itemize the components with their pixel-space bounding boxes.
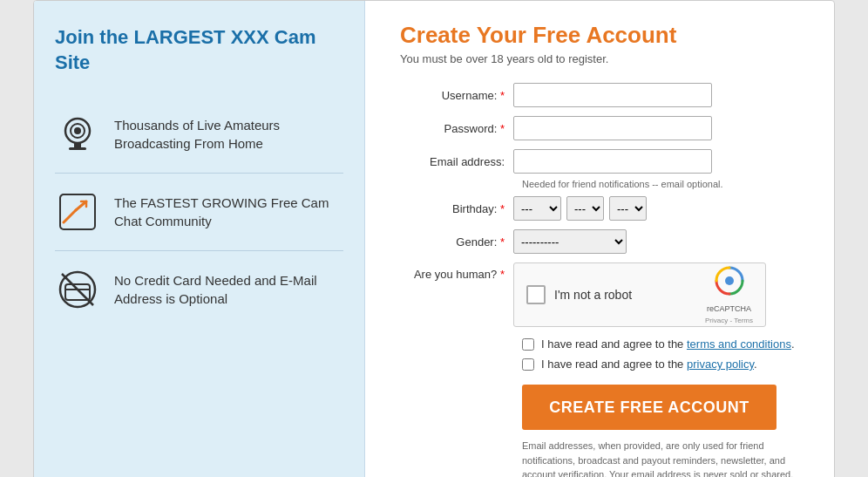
captcha-right: reCAPTCHA Privacy - Terms: [705, 265, 753, 324]
privacy-row: I have read and agree to the privacy pol…: [522, 358, 799, 371]
feature-list: Thousands of Live Amateurs Broadcasting …: [55, 96, 343, 328]
email-input[interactable]: [513, 149, 712, 174]
feature-amateurs-text: Thousands of Live Amateurs Broadcasting …: [114, 116, 343, 153]
password-row: Password: *: [400, 116, 799, 140]
svg-point-2: [74, 127, 81, 134]
main-container: Join the LARGEST XXX Cam Site Thousands …: [33, 0, 835, 477]
gender-row: Gender: * ---------- Male Female Trans: [400, 229, 799, 254]
recaptcha-links: Privacy - Terms: [705, 317, 753, 324]
privacy-link[interactable]: privacy policy: [687, 358, 754, 371]
birthday-day-select[interactable]: ---: [566, 196, 604, 221]
form-title: Create Your Free Account: [400, 22, 799, 49]
svg-rect-5: [60, 194, 95, 229]
recaptcha-logo-icon: [714, 265, 745, 301]
birthday-label: Birthday: *: [400, 202, 513, 215]
terms-checkbox[interactable]: [522, 338, 534, 351]
birthday-month-select[interactable]: --- JanFebMar AprMayJun JulAugSep OctNov…: [513, 196, 561, 221]
email-row: Email address:: [400, 149, 799, 174]
create-account-button[interactable]: CREATE FREE ACCOUNT: [522, 385, 776, 430]
growth-icon: [55, 189, 100, 235]
username-label: Username: *: [400, 89, 513, 102]
gender-label: Gender: *: [400, 235, 513, 249]
left-title: Join the LARGEST XXX Cam Site: [55, 25, 343, 75]
feature-item-growing: The FASTEST GROWING Free Cam Chat Commun…: [55, 174, 343, 251]
password-label: Password: *: [400, 122, 513, 135]
password-input[interactable]: [513, 116, 712, 140]
feature-item-nocredit: No Credit Card Needed and E-Mail Address…: [55, 251, 343, 328]
svg-line-6: [64, 210, 76, 222]
bottom-note: Email addresses, when provided, are only…: [522, 439, 799, 477]
captcha-text: I'm not a robot: [554, 288, 632, 302]
svg-rect-3: [74, 143, 81, 147]
feature-item-amateurs: Thousands of Live Amateurs Broadcasting …: [55, 96, 343, 174]
nocreditcard-icon: [55, 267, 100, 312]
captcha-left: I'm not a robot: [526, 285, 632, 304]
form-subtitle: You must be over 18 years old to registe…: [400, 52, 799, 65]
svg-line-7: [76, 201, 86, 210]
terms-link[interactable]: terms and conditions: [687, 337, 791, 351]
left-panel: Join the LARGEST XXX Cam Site Thousands …: [34, 1, 365, 477]
webcam-icon: [55, 112, 100, 157]
privacy-text: I have read and agree to the privacy pol…: [541, 358, 757, 371]
recaptcha-brand: reCAPTCHA: [707, 304, 751, 313]
privacy-checkbox[interactable]: [522, 358, 534, 371]
feature-nocredit-text: No Credit Card Needed and E-Mail Address…: [114, 271, 343, 308]
svg-point-12: [725, 276, 734, 285]
captcha-checkbox[interactable]: [526, 285, 546, 304]
email-label: Email address:: [400, 155, 513, 168]
username-row: Username: *: [400, 83, 799, 107]
right-panel: Create Your Free Account You must be ove…: [365, 1, 834, 477]
username-input[interactable]: [513, 83, 712, 107]
captcha-box[interactable]: I'm not a robot reCAPTCHA Privacy - Ter: [513, 262, 766, 327]
svg-rect-4: [69, 147, 86, 150]
email-note: Needed for friend notifications -- email…: [522, 179, 799, 189]
birthday-selects: --- JanFebMar AprMayJun JulAugSep OctNov…: [513, 196, 647, 221]
terms-row: I have read and agree to the terms and c…: [522, 337, 799, 351]
feature-growing-text: The FASTEST GROWING Free Cam Chat Commun…: [114, 194, 343, 230]
human-label: Are you human? *: [400, 262, 513, 281]
birthday-row: Birthday: * --- JanFebMar AprMayJun JulA…: [400, 196, 799, 221]
birthday-year-select[interactable]: ---: [609, 196, 647, 221]
captcha-row: Are you human? * I'm not a robot: [400, 262, 799, 327]
gender-select[interactable]: ---------- Male Female Trans: [513, 229, 627, 254]
terms-text: I have read and agree to the terms and c…: [541, 337, 795, 351]
